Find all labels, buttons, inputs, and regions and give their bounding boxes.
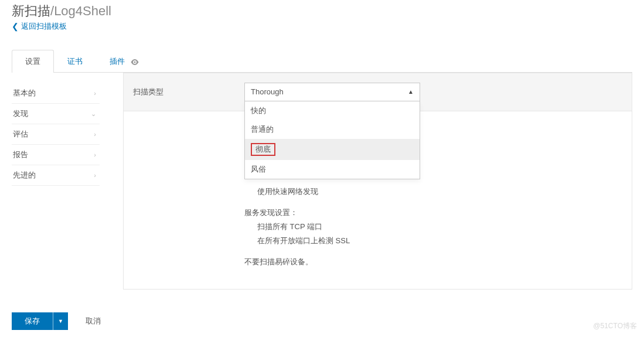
- cancel-label: 取消: [86, 316, 101, 325]
- chevron-right-icon: ›: [94, 172, 96, 179]
- save-button[interactable]: 保存: [12, 312, 53, 330]
- dropdown-option[interactable]: 快的: [245, 101, 420, 120]
- save-button-label: 保存: [25, 316, 40, 325]
- side-nav-report[interactable]: 报告 ›: [12, 145, 100, 165]
- back-link[interactable]: ❮ 返回扫描模板: [12, 21, 67, 32]
- save-button-group: 保存 ▼: [12, 312, 68, 330]
- page-title: 新扫描/Log4Shell: [12, 2, 632, 20]
- side-nav-basic[interactable]: 基本的 ›: [12, 83, 100, 104]
- select-value: Thorough: [251, 83, 284, 101]
- side-nav: 基本的 › 发现 ⌄ 评估 › 报告 › 先进的 ›: [12, 73, 100, 290]
- svg-point-0: [134, 61, 135, 63]
- tab-settings[interactable]: 设置: [12, 50, 54, 73]
- tabs: 设置 证书 插件: [12, 49, 632, 73]
- dropdown-option[interactable]: 风俗: [245, 160, 420, 179]
- tab-label: 证书: [67, 57, 83, 66]
- scan-type-label: 扫描类型: [133, 87, 244, 97]
- caret-up-icon: ▲: [408, 83, 414, 101]
- side-nav-discovery[interactable]: 发现 ⌄: [12, 104, 100, 124]
- save-dropdown-button[interactable]: ▼: [53, 312, 68, 330]
- chevron-right-icon: ›: [94, 90, 96, 97]
- chevron-left-icon: ❮: [12, 22, 19, 30]
- section-header: 扫描类型 Thorough ▲ 快的 普通的 彻底: [123, 73, 632, 111]
- desc-group-item: 在所有开放端口上检测 SSL: [244, 236, 622, 246]
- tab-label: 设置: [25, 57, 40, 66]
- chevron-right-icon: ›: [94, 151, 96, 158]
- desc-group-title: 服务发现设置：: [244, 207, 622, 218]
- tab-certificates[interactable]: 证书: [54, 50, 96, 73]
- side-nav-label: 发现: [13, 108, 28, 119]
- back-link-label: 返回扫描模板: [21, 21, 67, 32]
- option-label: 彻底: [251, 143, 275, 156]
- side-nav-assessment[interactable]: 评估 ›: [12, 124, 100, 145]
- scan-type-select[interactable]: Thorough ▲: [244, 83, 420, 101]
- eye-icon: [131, 57, 139, 66]
- scan-type-dropdown: 快的 普通的 彻底 风俗: [244, 101, 420, 179]
- dropdown-option[interactable]: 普通的: [245, 120, 420, 139]
- desc-line: 使用快速网络发现: [244, 186, 622, 197]
- caret-down-icon: ▼: [58, 318, 63, 324]
- side-nav-label: 基本的: [13, 88, 36, 98]
- chevron-down-icon: ⌄: [91, 110, 96, 118]
- side-nav-label: 评估: [13, 129, 28, 139]
- side-nav-advanced[interactable]: 先进的 ›: [12, 165, 100, 186]
- title-name: Log4Shell: [54, 4, 111, 18]
- tab-plugins[interactable]: 插件: [96, 50, 152, 73]
- title-prefix: 新扫描: [12, 4, 50, 18]
- dropdown-option[interactable]: 彻底: [245, 139, 420, 160]
- desc-footer-line: 不要扫描易碎设备。: [244, 257, 622, 267]
- option-label: 普通的: [251, 125, 274, 134]
- side-nav-label: 报告: [13, 149, 28, 160]
- cancel-button[interactable]: 取消: [86, 316, 101, 326]
- side-nav-label: 先进的: [13, 170, 36, 181]
- desc-group-item: 扫描所有 TCP 端口: [244, 222, 622, 232]
- option-label: 风俗: [251, 165, 266, 173]
- tab-label: 插件: [110, 57, 125, 66]
- chevron-right-icon: ›: [94, 131, 96, 138]
- option-label: 快的: [251, 106, 266, 115]
- watermark: @51CTO博客: [593, 321, 637, 331]
